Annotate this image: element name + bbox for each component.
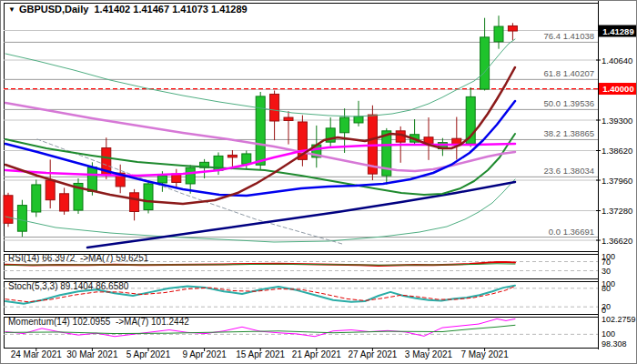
rsi-axis-label: 70 xyxy=(602,258,611,267)
chevron-down-icon[interactable]: ▼ xyxy=(8,5,15,14)
candle-body xyxy=(144,184,153,210)
date-axis-label: 24 Mar 2021 xyxy=(11,349,63,359)
stoch-axis-label: 80 xyxy=(602,284,611,293)
price-axis-label: 1.40640 xyxy=(602,56,632,66)
chart-title: ▼GBPUSD,Daily 1.41402 1.41467 1.41073 1.… xyxy=(8,4,248,15)
candle-body xyxy=(354,116,363,123)
candle-body xyxy=(242,154,251,164)
candle-body xyxy=(60,194,69,211)
date-axis-label: 7 May 2021 xyxy=(460,349,509,359)
candle-body xyxy=(87,167,96,192)
fib-level-label: 76.4 1.41038 xyxy=(544,31,594,41)
candle-body xyxy=(17,206,26,232)
momentum-axis-label: 100 xyxy=(602,329,615,339)
fib-level-label: 38.2 1.38865 xyxy=(544,128,594,138)
price-axis-label: 1.36620 xyxy=(602,236,632,246)
price-axis-label: 1.38620 xyxy=(602,146,632,156)
candle-body xyxy=(284,117,293,120)
candle-body xyxy=(228,155,237,157)
price-axis-label: 1.39300 xyxy=(602,116,632,126)
momentum-panel-label: Momentum(14) 102.0955 ->MA(7) 101.2442 xyxy=(8,317,189,327)
momentum-axis-label: 102.2759 xyxy=(602,315,636,324)
date-axis-label: 15 Apr 2021 xyxy=(236,349,285,359)
candle-body xyxy=(256,96,265,165)
candle-body xyxy=(157,176,167,183)
rsi-panel-label: RSI(14) 66.3972 ->MA(7) 59.6251 xyxy=(8,253,148,263)
stoch-panel-label: Stoch(5,3,3) 89.1404 86.6580 xyxy=(8,281,128,291)
chart-window: 76.4 1.4103861.8 1.4020750.0 1.3953638.2… xyxy=(0,0,637,364)
candle-body xyxy=(130,193,139,212)
candle-body xyxy=(32,185,41,212)
candle-body xyxy=(508,25,517,31)
rsi-axis-label: 30 xyxy=(602,267,611,276)
candle-body xyxy=(494,26,503,42)
price-axis-label: 1.37960 xyxy=(602,176,632,186)
fib-level-label: 61.8 1.40207 xyxy=(544,68,594,78)
candle-body xyxy=(480,37,490,89)
alert-price-badge-text: 1.40000 xyxy=(602,84,633,94)
ohlc-low: 1.41073 xyxy=(172,4,208,15)
date-axis-label: 30 Mar 2021 xyxy=(66,349,118,359)
date-axis-label: 9 Apr 2021 xyxy=(182,349,227,359)
chart-symbol-period: GBPUSD,Daily xyxy=(19,4,88,15)
date-axis-label: 3 May 2021 xyxy=(405,349,453,359)
fib-level-label: 50.0 1.39536 xyxy=(544,98,594,108)
fib-level-label: 0.0 1.36691 xyxy=(549,227,594,237)
stoch-axis-label: 0 xyxy=(602,306,606,315)
candle-body xyxy=(340,117,349,133)
candle-body xyxy=(186,167,195,184)
ohlc-open: 1.41402 xyxy=(94,4,130,15)
momentum-axis-label: 98.308 xyxy=(602,339,627,349)
date-axis-label: 21 Apr 2021 xyxy=(292,349,341,359)
ohlc-high: 1.41467 xyxy=(133,4,169,15)
current-price-badge-text: 1.41289 xyxy=(602,26,633,36)
candle-body xyxy=(46,180,55,200)
date-axis-label: 27 Apr 2021 xyxy=(348,349,397,359)
date-axis-label: 5 Apr 2021 xyxy=(126,349,171,359)
price-chart-svg[interactable]: 76.4 1.4103861.8 1.4020750.0 1.3953638.2… xyxy=(1,1,637,364)
candle-body xyxy=(4,196,13,224)
ohlc-close: 1.41289 xyxy=(211,4,248,15)
candle-body xyxy=(270,94,279,121)
fib-level-label: 23.6 1.38034 xyxy=(544,166,594,176)
price-axis-label: 1.37280 xyxy=(602,206,632,216)
